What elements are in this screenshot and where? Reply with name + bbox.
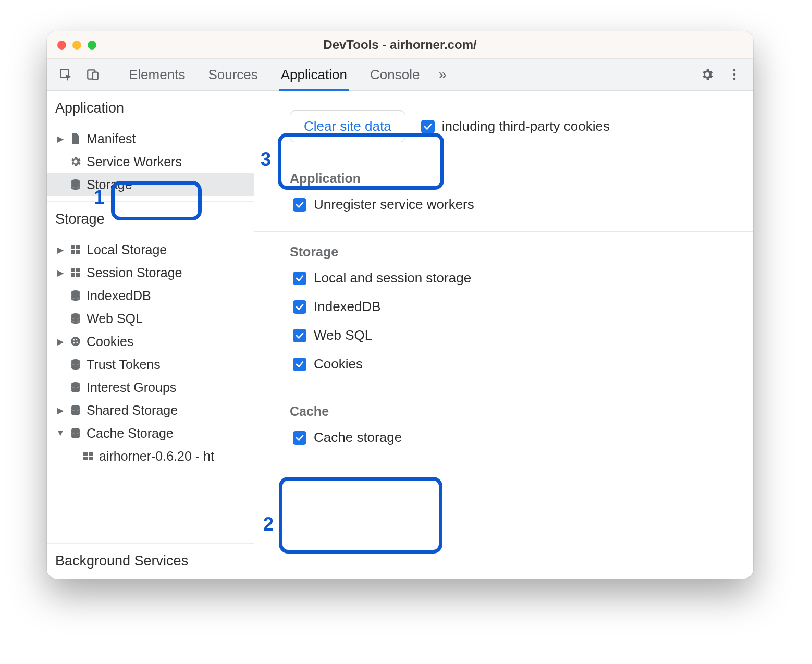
group-storage: Storage Local and session storage Indexe… (254, 232, 753, 391)
database-icon (69, 289, 82, 302)
sidebar-section-storage: Storage (47, 201, 254, 235)
chevron-right-icon: ▶ (56, 405, 65, 415)
devtools-toolbar: Elements Sources Application Console » (47, 59, 753, 91)
svg-point-3 (733, 69, 736, 72)
svg-point-24 (71, 405, 80, 408)
device-toggle-icon[interactable] (82, 64, 103, 85)
toolbar-divider (112, 65, 112, 84)
option-web-sql[interactable]: Web SQL (293, 327, 737, 343)
grid-icon (69, 266, 82, 279)
chevron-down-icon: ▼ (56, 428, 65, 438)
svg-point-5 (733, 78, 736, 80)
option-cache-storage[interactable]: Cache storage (293, 429, 737, 446)
sidebar-item-label: Manifest (87, 131, 136, 146)
checkbox-checked-icon (293, 300, 306, 314)
checkbox-label: Web SQL (314, 327, 372, 343)
settings-gear-icon[interactable] (697, 64, 718, 85)
checkbox-checked-icon (293, 431, 306, 445)
checkbox-checked-icon (293, 198, 306, 212)
checkbox-checked-icon (293, 358, 306, 371)
file-icon (69, 132, 82, 145)
sidebar-item-session-storage[interactable]: ▶Session Storage (47, 261, 254, 284)
more-tabs-icon[interactable]: » (431, 66, 454, 83)
svg-rect-13 (71, 273, 75, 277)
sidebar-item-label: Storage (87, 177, 132, 192)
checkbox-label: including third-party cookies (442, 118, 610, 134)
svg-rect-7 (71, 245, 75, 249)
sidebar-item-service-workers[interactable]: Service Workers (47, 150, 254, 173)
svg-rect-8 (76, 245, 80, 249)
sidebar-section-background-services[interactable]: Background Services (47, 543, 254, 579)
sidebar-item-indexeddb[interactable]: IndexedDB (47, 284, 254, 307)
window-zoom-button[interactable] (88, 41, 96, 50)
sidebar-item-interest-groups[interactable]: Interest Groups (47, 376, 254, 399)
sidebar-item-shared-storage[interactable]: ▶Shared Storage (47, 399, 254, 422)
option-cookies[interactable]: Cookies (293, 356, 737, 372)
svg-point-19 (76, 339, 78, 340)
svg-rect-9 (71, 250, 75, 254)
checkbox-label: Local and session storage (314, 270, 471, 286)
database-icon (69, 312, 82, 325)
svg-point-18 (73, 339, 75, 341)
clear-site-data-button[interactable]: Clear site data (290, 110, 405, 142)
chevron-right-icon: ▶ (56, 245, 65, 255)
storage-panel: Clear site data including third-party co… (254, 91, 753, 579)
inspect-element-icon[interactable] (55, 64, 76, 85)
svg-rect-29 (89, 457, 93, 460)
svg-rect-10 (76, 250, 80, 254)
chevron-right-icon: ▶ (56, 337, 65, 347)
window-titlebar: DevTools - airhorner.com/ (47, 31, 753, 59)
sidebar-item-cache-storage[interactable]: ▼Cache Storage (47, 422, 254, 445)
option-local-session-storage[interactable]: Local and session storage (293, 270, 737, 286)
option-indexeddb[interactable]: IndexedDB (293, 299, 737, 315)
tab-elements[interactable]: Elements (117, 59, 196, 90)
svg-rect-14 (76, 273, 80, 277)
sidebar-item-manifest[interactable]: ▶ Manifest (47, 127, 254, 150)
checkbox-label: IndexedDB (314, 299, 381, 315)
sidebar-item-trust-tokens[interactable]: Trust Tokens (47, 353, 254, 376)
svg-point-21 (73, 342, 75, 344)
tab-console[interactable]: Console (359, 59, 431, 90)
window-close-button[interactable] (57, 41, 66, 50)
tab-sources[interactable]: Sources (196, 59, 269, 90)
sidebar-item-cache-entry[interactable]: airhorner-0.6.20 - ht (47, 445, 254, 468)
sidebar-item-label: Service Workers (87, 154, 182, 169)
third-party-cookies-checkbox[interactable]: including third-party cookies (421, 118, 610, 134)
sidebar-item-cookies[interactable]: ▶Cookies (47, 330, 254, 353)
sidebar-item-local-storage[interactable]: ▶Local Storage (47, 238, 254, 261)
svg-rect-26 (83, 452, 88, 456)
sidebar-item-storage[interactable]: Storage (47, 173, 254, 196)
devtools-tabs: Elements Sources Application Console (117, 59, 431, 90)
svg-point-17 (71, 337, 80, 346)
sidebar-section-application: Application (47, 91, 254, 124)
sidebar-item-label: IndexedDB (87, 288, 151, 303)
option-unregister-service-workers[interactable]: Unregister service workers (293, 196, 737, 213)
grid-icon (81, 449, 95, 463)
cookie-icon (69, 335, 82, 348)
group-cache: Cache Cache storage (254, 391, 753, 464)
window-minimize-button[interactable] (72, 41, 81, 50)
sidebar-item-label: Cache Storage (87, 426, 174, 441)
svg-point-16 (71, 313, 80, 316)
database-icon (69, 380, 82, 394)
gear-icon (69, 155, 82, 168)
toolbar-divider (688, 65, 688, 84)
svg-rect-11 (71, 268, 75, 272)
checkbox-checked-icon (421, 120, 435, 133)
application-sidebar: Application ▶ Manifest Serv (47, 91, 254, 579)
svg-rect-2 (93, 72, 98, 80)
kebab-menu-icon[interactable] (724, 64, 745, 85)
group-application: Application Unregister service workers (254, 158, 753, 232)
group-title: Cache (290, 404, 737, 419)
database-icon (69, 358, 82, 371)
chevron-right-icon: ▶ (56, 268, 65, 278)
checkbox-label: Unregister service workers (314, 196, 474, 213)
checkbox-label: Cache storage (314, 429, 402, 446)
svg-rect-28 (83, 457, 88, 460)
group-title: Storage (290, 244, 737, 260)
tab-application[interactable]: Application (269, 59, 359, 90)
devtools-window: DevTools - airhorner.com/ Elements Sourc… (47, 31, 753, 579)
sidebar-item-web-sql[interactable]: Web SQL (47, 307, 254, 330)
group-title: Application (290, 171, 737, 186)
sidebar-item-label: Interest Groups (87, 380, 176, 395)
